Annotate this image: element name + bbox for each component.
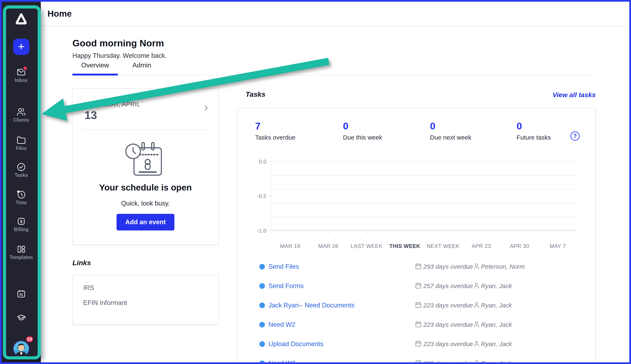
sidebar-item-tasks[interactable]: Tasks bbox=[2, 162, 41, 178]
gridline bbox=[271, 162, 577, 162]
inbox-icon bbox=[17, 68, 26, 77]
stat-value: 7 bbox=[255, 120, 261, 132]
billing-icon: $ bbox=[17, 217, 26, 226]
sidebar-item-education[interactable] bbox=[2, 313, 41, 322]
active-tab-indicator bbox=[73, 74, 118, 76]
sidebar: Inbox Clients Files Tasks bbox=[2, 2, 41, 362]
y-axis-label: 0.0 bbox=[259, 158, 266, 165]
sidebar-item-label: Templates bbox=[10, 254, 33, 260]
schedule-empty-subtitle: Quick, look busy. bbox=[73, 200, 218, 207]
task-due-text: 223 days overdue bbox=[423, 321, 473, 328]
files-icon bbox=[17, 136, 26, 145]
calendar-icon bbox=[415, 360, 422, 364]
link-item[interactable]: EFIN Informant bbox=[83, 299, 127, 306]
links-heading: Links bbox=[73, 259, 91, 267]
clients-icon bbox=[17, 107, 26, 116]
task-list: Send Files 293 days overdue Peterson, No… bbox=[238, 257, 595, 364]
tasks-icon bbox=[17, 162, 26, 172]
sidebar-item-billing[interactable]: $ Billing bbox=[2, 217, 41, 232]
calendar-icon bbox=[415, 321, 422, 329]
stat-label: Future tasks bbox=[516, 134, 551, 141]
task-status-dot bbox=[259, 360, 265, 364]
x-axis-label: MAR 19 bbox=[271, 243, 309, 250]
sidebar-item-calendar[interactable]: 31 bbox=[2, 289, 41, 298]
person-icon bbox=[473, 302, 480, 309]
canopy-logo[interactable] bbox=[2, 12, 41, 26]
tasks-card: 7 Tasks overdue 0 Due this week 0 Due ne… bbox=[237, 108, 596, 364]
gridline bbox=[271, 203, 577, 204]
task-name-link[interactable]: Upload Documents bbox=[268, 340, 323, 348]
stat-value: 0 bbox=[430, 120, 435, 132]
sidebar-item-clients[interactable]: Clients bbox=[2, 107, 41, 123]
links-card: IRS EFIN Informant bbox=[73, 275, 219, 324]
stat-value: 0 bbox=[516, 120, 522, 132]
next-day-button[interactable] bbox=[202, 104, 210, 113]
chevron-right-icon bbox=[202, 110, 210, 113]
stat-value: 0 bbox=[343, 120, 348, 132]
divider bbox=[81, 130, 210, 130]
task-name-link[interactable]: Need W2 bbox=[268, 360, 295, 364]
x-tick bbox=[367, 231, 367, 234]
x-axis-label: NEXT WEEK bbox=[424, 243, 462, 250]
tab-bar: Overview Admin bbox=[73, 61, 596, 76]
create-button[interactable] bbox=[13, 39, 29, 55]
calendar-icon bbox=[415, 340, 422, 348]
sidebar-item-inbox[interactable]: Inbox bbox=[2, 68, 41, 83]
stat-label: Due next week bbox=[430, 134, 471, 141]
calendar-31-icon: 31 bbox=[17, 289, 26, 298]
task-due-text: 223 days overdue bbox=[423, 340, 473, 348]
calendar-icon bbox=[415, 263, 422, 270]
stat-label: Tasks overdue bbox=[255, 134, 295, 141]
add-event-button[interactable]: Add an event bbox=[117, 214, 174, 230]
tab-overview[interactable]: Overview bbox=[73, 61, 118, 75]
sidebar-item-files[interactable]: Files bbox=[2, 136, 41, 151]
svg-text:$: $ bbox=[20, 219, 22, 224]
tab-admin[interactable]: Admin bbox=[128, 61, 156, 75]
task-status-dot bbox=[259, 322, 265, 328]
task-name-link[interactable]: Need W2 bbox=[268, 321, 295, 328]
task-row: Jack Ryan-- Need Documents 223 days over… bbox=[238, 296, 595, 315]
task-assignee: Peterson, Norm bbox=[481, 263, 525, 270]
gridline bbox=[271, 175, 577, 176]
tab-label: Overview bbox=[81, 61, 109, 69]
task-due-text: 223 days overdue bbox=[423, 302, 473, 309]
x-tick bbox=[290, 231, 291, 234]
task-status-dot bbox=[259, 264, 265, 269]
user-avatar[interactable]: 10 bbox=[2, 341, 41, 357]
tab-label: Admin bbox=[132, 61, 151, 69]
help-icon[interactable]: ? bbox=[570, 132, 579, 140]
task-name-link[interactable]: Send Forms bbox=[268, 282, 304, 290]
person-icon bbox=[473, 321, 480, 329]
tasks-chart: 0.0-0.5-1.0 bbox=[271, 162, 577, 231]
task-name-link[interactable]: Send Files bbox=[268, 263, 299, 270]
task-row: Need W2 223 days overdue Ryan, Jack bbox=[238, 315, 595, 334]
plus-icon bbox=[17, 42, 26, 52]
sidebar-item-templates[interactable]: Templates bbox=[2, 244, 41, 260]
link-item[interactable]: IRS bbox=[83, 284, 94, 292]
y-tick bbox=[268, 196, 271, 196]
top-bar: Home bbox=[41, 2, 629, 26]
gridline bbox=[271, 217, 577, 217]
sidebar-item-time[interactable]: Time bbox=[2, 190, 41, 206]
task-row: Send Files 293 days overdue Peterson, No… bbox=[238, 257, 595, 276]
greeting-subtitle: Happy Thursday. Welcome back. bbox=[73, 52, 167, 60]
view-all-tasks-link[interactable]: View all tasks bbox=[552, 91, 596, 99]
sidebar-item-label: Inbox bbox=[15, 78, 28, 83]
x-tick bbox=[329, 231, 329, 234]
gridline bbox=[271, 189, 577, 190]
x-tick bbox=[558, 231, 558, 234]
task-assignee: Ryan, Jack bbox=[481, 360, 512, 364]
task-name-link[interactable]: Jack Ryan-- Need Documents bbox=[268, 302, 355, 309]
task-due-text: 257 days overdue bbox=[423, 282, 473, 290]
page: { "colors": { "frame_blue": "#2B3BF3", "… bbox=[0, 0, 631, 364]
y-tick bbox=[268, 162, 271, 162]
calendar-clock-illustration bbox=[114, 138, 177, 183]
person-icon bbox=[473, 340, 480, 348]
person-icon bbox=[473, 263, 480, 270]
x-axis-line bbox=[271, 230, 577, 231]
x-tick bbox=[520, 231, 520, 234]
x-axis-label: MAR 26 bbox=[309, 243, 348, 250]
task-assignee: Ryan, Jack bbox=[481, 282, 512, 290]
x-tick bbox=[443, 231, 444, 234]
schedule-empty-title: Your schedule is open bbox=[73, 182, 218, 192]
